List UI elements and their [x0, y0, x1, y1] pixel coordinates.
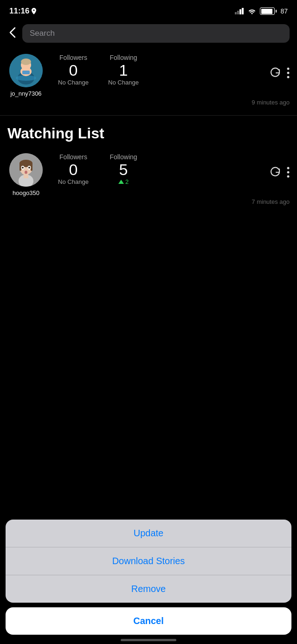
svg-rect-10: [22, 71, 30, 74]
svg-rect-2: [239, 9, 241, 14]
download-stories-button[interactable]: Download Stories: [6, 547, 291, 575]
svg-point-11: [287, 68, 290, 70]
status-right-icons: 87: [235, 7, 288, 15]
followers-label-2: Followers: [59, 153, 87, 161]
svg-rect-3: [242, 8, 244, 14]
svg-point-27: [287, 167, 290, 169]
following-value-2: 5: [119, 162, 128, 177]
battery-icon: [260, 7, 277, 15]
more-button-2[interactable]: [287, 166, 290, 181]
svg-point-9: [21, 59, 31, 65]
followers-value-2: 0: [69, 162, 78, 177]
svg-point-26: [25, 171, 27, 174]
avatar-2: [9, 153, 43, 187]
home-indicator: [121, 639, 176, 641]
svg-rect-1: [237, 11, 239, 14]
wifi-icon: [248, 8, 256, 14]
followers-block-1: Followers 0 No Change: [50, 54, 97, 86]
avatar-wrap-1: jo_nny7306: [7, 54, 45, 97]
remove-button[interactable]: Remove: [6, 575, 291, 603]
action-sheet-main: Update Download Stories Remove: [6, 520, 291, 603]
svg-point-29: [287, 176, 290, 178]
change-up-arrow-2: [118, 180, 124, 184]
more-button-1[interactable]: [287, 67, 290, 82]
following-label-1: Following: [110, 54, 137, 61]
svg-point-13: [287, 76, 290, 78]
followers-value-1: 0: [69, 62, 78, 78]
svg-rect-0: [235, 12, 237, 14]
following-value-1: 1: [119, 62, 128, 78]
refresh-button-1[interactable]: [269, 67, 281, 82]
update-button[interactable]: Update: [6, 520, 291, 547]
battery-percent: 87: [280, 7, 288, 15]
svg-point-28: [287, 171, 290, 174]
followers-block-2: Followers 0 No Change: [50, 153, 97, 185]
status-time: 11:16: [9, 7, 37, 16]
stats-area-1: Followers 0 No Change Following 1 No Cha…: [50, 54, 290, 86]
svg-point-18: [19, 160, 32, 167]
search-input-wrap[interactable]: [22, 24, 290, 43]
search-input[interactable]: [30, 29, 282, 38]
following-change-1: No Change: [108, 79, 139, 86]
time-text: 11:16: [9, 7, 29, 16]
followers-change-1: No Change: [58, 79, 89, 86]
user-card-2: hoogo350 Followers 0 No Change Following…: [0, 148, 297, 213]
search-bar-row: [0, 20, 297, 48]
following-change-2: 2: [118, 178, 129, 185]
status-bar: 11:16 87: [0, 0, 297, 20]
svg-point-12: [287, 72, 290, 74]
svg-rect-20: [31, 163, 32, 171]
following-block-2: Following 5 2: [100, 153, 147, 185]
back-button[interactable]: [7, 27, 18, 40]
location-icon: [31, 8, 37, 14]
card-actions-1: [269, 54, 290, 82]
svg-point-23: [22, 167, 24, 169]
following-block-1: Following 1 No Change: [100, 54, 147, 86]
card-actions-2: [269, 153, 290, 181]
followers-change-2: No Change: [58, 178, 89, 185]
username-1: jo_nny7306: [10, 90, 41, 97]
watching-list-title: Watching List: [0, 117, 297, 148]
stats-area-2: Followers 0 No Change Following 5 2: [50, 153, 290, 185]
divider-1: [0, 115, 297, 116]
signal-icon: [235, 8, 244, 14]
following-change-num-2: 2: [125, 178, 129, 185]
following-label-2: Following: [110, 153, 137, 161]
cancel-button[interactable]: Cancel: [6, 607, 291, 635]
action-sheet-cancel: Cancel: [6, 607, 291, 635]
timestamp-1: 9 minutes ago: [7, 97, 290, 110]
followers-label-1: Followers: [59, 54, 87, 61]
user-card-1: jo_nny7306 Followers 0 No Change Followi…: [0, 48, 297, 113]
refresh-button-2[interactable]: [269, 166, 281, 181]
avatar-1: [9, 54, 43, 87]
svg-point-24: [28, 167, 30, 169]
action-sheet-overlay: Update Download Stories Remove Cancel: [0, 520, 297, 644]
svg-rect-19: [19, 163, 21, 171]
username-2: hoogo350: [13, 189, 39, 196]
avatar-wrap-2: hoogo350: [7, 153, 45, 196]
timestamp-2: 7 minutes ago: [7, 196, 290, 209]
